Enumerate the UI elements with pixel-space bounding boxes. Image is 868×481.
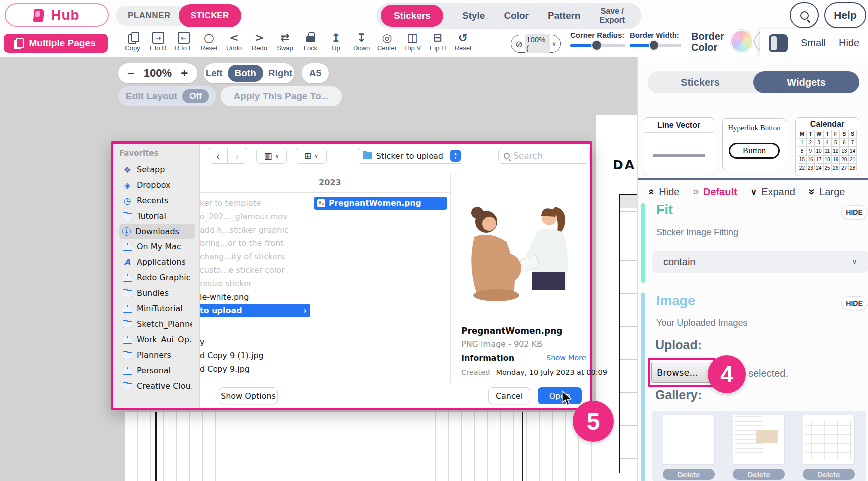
menu-color[interactable]: Color: [504, 10, 529, 21]
delete-button[interactable]: Delete: [663, 469, 715, 480]
delete-button[interactable]: Delete: [733, 469, 785, 480]
hub-button[interactable]: Hub: [5, 3, 109, 27]
flip-v-button[interactable]: Flip V: [400, 31, 425, 57]
corner-radius-slider[interactable]: [570, 44, 625, 47]
gallery-thumbnail[interactable]: [663, 415, 715, 465]
reset-button[interactable]: Reset: [196, 31, 221, 57]
forward-button[interactable]: ›: [228, 148, 247, 164]
current-folder-dropdown[interactable]: Sticker to upload ▴▾: [358, 148, 464, 164]
dialog-search-field[interactable]: [498, 148, 590, 164]
spread-option[interactable]: Both: [228, 65, 263, 82]
swap-button[interactable]: Swap: [272, 31, 298, 57]
border-width-slider[interactable]: [630, 44, 681, 47]
view-control[interactable]: Default: [693, 186, 737, 198]
reset-rotation-button[interactable]: Reset: [450, 31, 476, 57]
sidebar-item[interactable]: Recents: [119, 193, 195, 208]
sidebar-item[interactable]: Downloads: [119, 224, 195, 239]
sidebar-item[interactable]: Setapp: [119, 162, 195, 177]
multiple-pages-button[interactable]: Multiple Pages: [4, 34, 108, 53]
sidebar-item[interactable]: Redo Graphic: [119, 270, 195, 285]
file-row[interactable]: ker to template: [200, 196, 310, 210]
show-options-button[interactable]: Show Options: [219, 387, 278, 404]
menu-style[interactable]: Style: [462, 10, 485, 21]
border-width-knob[interactable]: [649, 40, 659, 51]
image-hide-button[interactable]: HIDE: [841, 296, 867, 310]
spread-option[interactable]: Left: [202, 68, 227, 79]
delete-button[interactable]: Delete: [803, 469, 855, 480]
sidebar-item[interactable]: Applications: [119, 254, 195, 270]
menu-pattern[interactable]: Pattern: [548, 10, 580, 21]
center-button[interactable]: Center: [374, 31, 400, 57]
widget-hyperlink-button[interactable]: Hyperlink Button Button: [722, 118, 786, 170]
zoom-in-button[interactable]: +: [181, 66, 188, 80]
down-button[interactable]: Down: [349, 31, 374, 57]
file-row[interactable]: o_202..._glamour.mov: [200, 210, 310, 223]
panel-split-icon[interactable]: [769, 34, 788, 52]
file-row[interactable]: to upload ›: [200, 304, 310, 317]
cancel-button[interactable]: Cancel: [488, 387, 530, 404]
file-row[interactable]: y: [200, 335, 310, 349]
file-row[interactable]: bring...or to the front: [200, 237, 310, 250]
r-to-l-button[interactable]: R to L: [171, 31, 196, 57]
search-button[interactable]: [790, 2, 819, 28]
help-button[interactable]: Help: [824, 2, 866, 28]
group-view-button[interactable]: ⊞ ∨: [296, 148, 326, 164]
undo-button[interactable]: Undo: [221, 31, 247, 57]
sidebar-item[interactable]: Work_Aui_Op...: [119, 332, 195, 347]
sidebar-item[interactable]: MiniTutorial: [119, 301, 195, 316]
fit-mode-select[interactable]: contain ∨: [652, 251, 868, 273]
panel-hide-label[interactable]: Hide: [839, 37, 859, 49]
show-more-link[interactable]: Show More: [546, 354, 586, 362]
tab-widgets[interactable]: Widgets: [753, 71, 859, 93]
menu-save-export[interactable]: Save / Export: [599, 7, 625, 25]
sidebar-item[interactable]: Bundles: [119, 285, 195, 301]
browse-button[interactable]: Browse...: [651, 362, 711, 383]
sidebar-item[interactable]: On My Mac: [119, 239, 195, 254]
edit-layout-toggle[interactable]: Edit Layout Off: [118, 86, 216, 106]
zoom-dropdown[interactable]: ⊘ 100% ( ∨: [511, 35, 561, 53]
column-view-button[interactable]: ▥ ∨: [256, 148, 287, 164]
tab-sticker[interactable]: STICKER: [179, 4, 241, 27]
sidebar-item[interactable]: Tutorial: [119, 208, 195, 224]
tab-planner[interactable]: PLANNER: [128, 11, 171, 21]
view-control[interactable]: Expand: [751, 186, 795, 198]
gallery-thumbnail[interactable]: [733, 415, 785, 465]
file-row[interactable]: resize sticker: [200, 277, 310, 290]
border-color-swatch[interactable]: [730, 30, 753, 53]
open-button[interactable]: Open: [538, 387, 582, 404]
copy-button[interactable]: Copy: [120, 31, 145, 57]
tab-stickers[interactable]: Stickers: [648, 77, 753, 88]
sidebar-item[interactable]: Planners: [119, 347, 195, 363]
page-size-button[interactable]: A5: [302, 63, 329, 83]
view-control[interactable]: Large: [809, 185, 845, 198]
apply-page-button[interactable]: Apply This Page To...: [221, 86, 342, 106]
widget-line-vector[interactable]: Line Vector: [644, 117, 714, 175]
up-button[interactable]: Up: [323, 31, 349, 57]
sidebar-item[interactable]: Personal: [119, 363, 195, 378]
gallery-thumbnail[interactable]: [803, 415, 855, 465]
selected-file-row[interactable]: PregnantWomen.png: [314, 197, 447, 210]
menu-stickers[interactable]: Stickers: [381, 5, 443, 27]
sidebar-item[interactable]: Dropbox: [119, 177, 195, 193]
search-input[interactable]: [513, 151, 573, 161]
l-to-r-button[interactable]: L to R: [145, 31, 171, 57]
widget-calendar[interactable]: Calendar MTWTFSS 12345678910111213141516…: [795, 117, 859, 176]
fit-hide-button[interactable]: HIDE: [841, 205, 867, 219]
file-row[interactable]: custo...e sticker color: [200, 263, 310, 277]
sidebar-item[interactable]: Sketch_Planner: [119, 316, 195, 332]
file-row[interactable]: add h...stciker graphic: [200, 223, 310, 237]
file-row[interactable]: d Copy 9 (1).jpg: [200, 349, 310, 362]
lock-button[interactable]: Lock: [298, 31, 323, 57]
spread-option[interactable]: Right: [264, 68, 297, 79]
back-button[interactable]: ‹: [209, 148, 228, 164]
corner-radius-knob[interactable]: [591, 40, 602, 51]
view-control[interactable]: Hide: [649, 185, 679, 198]
file-row[interactable]: le-white.png: [200, 290, 310, 304]
sidebar-item[interactable]: Creative Clou...: [119, 378, 195, 394]
zoom-out-button[interactable]: −: [128, 66, 135, 80]
redo-button[interactable]: Redo: [247, 31, 272, 57]
file-row[interactable]: chang...ity of stickers: [200, 250, 310, 263]
file-row[interactable]: d Copy 9.jpg: [200, 362, 310, 376]
panel-small-label[interactable]: Small: [801, 37, 826, 49]
flip-h-button[interactable]: Flip H: [425, 31, 450, 57]
